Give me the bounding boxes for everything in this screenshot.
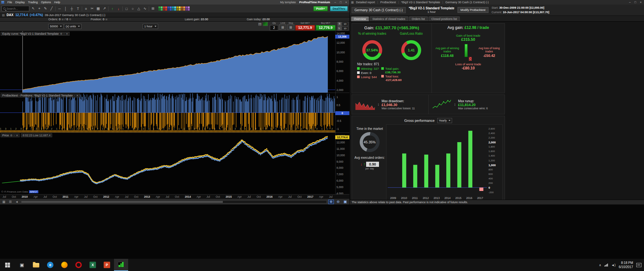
- instrument-menu-icon[interactable]: ▤: [2, 14, 5, 17]
- palette-swatch[interactable]: [179, 9, 181, 11]
- search-input[interactable]: [6, 7, 28, 10]
- toolbar-trend-channel-icon[interactable]: ↗: [101, 6, 107, 12]
- toolbar-pencil-icon[interactable]: ✎: [43, 6, 48, 12]
- taskbar-task-view-icon[interactable]: ▣: [15, 259, 29, 271]
- tab-closed-positions-list[interactable]: Closed positions list: [429, 16, 460, 21]
- palette-swatch[interactable]: [179, 6, 181, 8]
- chart-type-icon[interactable]: [263, 22, 268, 26]
- palette-swatch[interactable]: [176, 9, 178, 11]
- taskbar-prorealtime-icon[interactable]: [114, 259, 128, 271]
- collapse-icon[interactable]: ▫: [64, 32, 65, 35]
- toolbar-fibonacci-icon[interactable]: ≡: [83, 6, 89, 12]
- toolbar-indicators-icon[interactable]: ⊞: [150, 6, 156, 12]
- report-titlebar-tab[interactable]: Germany 30 Cash (1 Contract) (-): [444, 1, 490, 4]
- taskbar-clock[interactable]: 8:18 PM 6/10/2017: [619, 261, 633, 269]
- report-titlebar-tab[interactable]: ProBacktest: [379, 1, 397, 4]
- palette-swatch[interactable]: [183, 9, 185, 11]
- menu-file[interactable]: File: [6, 1, 14, 4]
- gear-icon[interactable]: ⚙: [60, 32, 62, 35]
- report-titlebar-tab[interactable]: Detailed report: [355, 1, 376, 4]
- palette-swatch[interactable]: [170, 9, 172, 11]
- close-icon[interactable]: ✕: [76, 94, 79, 97]
- palette-swatch[interactable]: [165, 9, 167, 11]
- taskbar-powerpoint-icon[interactable]: P: [100, 259, 114, 271]
- close-icon[interactable]: ×: [639, 1, 643, 4]
- maximize-icon[interactable]: □: [633, 1, 637, 4]
- stop-preset-label[interactable]: S: [337, 22, 342, 26]
- zoom-in-icon[interactable]: ⊕: [328, 200, 334, 204]
- toolbar-sell-arrow-icon[interactable]: ↓: [116, 6, 121, 12]
- menu-options[interactable]: Options: [39, 1, 52, 4]
- maximize-icon[interactable]: □: [339, 1, 343, 4]
- taskbar-opera-icon[interactable]: [71, 259, 86, 271]
- toolbar-buy-arrow-icon[interactable]: ↑: [109, 6, 115, 12]
- palette-swatch[interactable]: [183, 6, 185, 8]
- units-type-select[interactable]: (x) units: [64, 24, 81, 29]
- limit-order-button[interactable]: ▦: [279, 24, 286, 30]
- toolbar-pointer-icon[interactable]: ↖: [30, 6, 36, 12]
- limit-preset-value[interactable]: 10: [342, 26, 348, 31]
- palette-swatch[interactable]: [163, 9, 165, 11]
- taskbar-edge-icon[interactable]: e: [43, 259, 57, 271]
- my-template-label[interactable]: My template: [280, 1, 296, 4]
- palette-swatch[interactable]: [161, 6, 163, 8]
- palette-swatch[interactable]: [188, 9, 190, 11]
- tab-overview[interactable]: Overview: [351, 16, 369, 21]
- units-value-select[interactable]: 50000: [48, 24, 63, 29]
- start-button[interactable]: [0, 259, 15, 271]
- toolbar-text-icon[interactable]: T: [75, 6, 81, 12]
- stop-order-button[interactable]: ▦: [287, 24, 294, 30]
- palette-swatch[interactable]: [174, 9, 176, 11]
- menu-help[interactable]: Help: [52, 1, 62, 4]
- menu-trading[interactable]: Trading: [26, 1, 39, 4]
- fit-chart-icon[interactable]: ▣: [342, 200, 348, 204]
- positions-chart[interactable]: [0, 93, 335, 132]
- limit-preset-label[interactable]: L: [337, 26, 342, 31]
- gear-icon[interactable]: ⚙: [10, 134, 13, 137]
- network-icon[interactable]: [604, 263, 608, 266]
- push-button[interactable]: Push+: [313, 6, 328, 11]
- palette-swatch[interactable]: [185, 9, 187, 11]
- palette-swatch[interactable]: [163, 6, 165, 8]
- palette-swatch[interactable]: [181, 6, 183, 8]
- report-titlebar-tab[interactable]: *Big3 V2-1 Standard Template: [400, 1, 441, 4]
- toolbar-rectangle-icon[interactable]: □: [124, 6, 129, 12]
- action-center-icon[interactable]: [636, 263, 641, 267]
- toolbar-trend-line-icon[interactable]: ╱: [49, 6, 54, 12]
- collapse-icon[interactable]: ▫: [74, 94, 75, 97]
- palette-swatch[interactable]: [158, 6, 160, 8]
- layout-grid-icon[interactable]: ▦: [1, 200, 6, 203]
- palette-swatch[interactable]: [167, 6, 169, 8]
- positions-panel[interactable]: 10.5-0.5-1 0 ProBacktest - Positions: *B…: [0, 93, 349, 133]
- scroll-left-icon[interactable]: ◄: [14, 200, 19, 203]
- toolbar-eraser-icon[interactable]: ▦: [95, 6, 101, 12]
- orders-settings-icon[interactable]: ⚙: [69, 18, 71, 21]
- stop-preset-value[interactable]: 10: [342, 22, 348, 26]
- tab-statistics-of-closed-trades[interactable]: Statistics of closed trades: [370, 16, 408, 21]
- taskbar-excel-icon[interactable]: X: [86, 259, 100, 271]
- scrollbar-thumb[interactable]: [21, 201, 223, 203]
- toolbar-wave-icon[interactable]: ∿: [142, 6, 148, 12]
- palette-swatch[interactable]: [172, 6, 174, 8]
- volume-icon[interactable]: ◄): [611, 263, 615, 267]
- modify-probacktest-button[interactable]: Modify ProBacktest: [458, 7, 488, 13]
- zoom-out-icon[interactable]: ⊖: [335, 200, 341, 204]
- close-icon[interactable]: ×: [344, 1, 348, 4]
- collapse-icon[interactable]: ▫: [14, 134, 15, 137]
- period-select[interactable]: Yearly: [437, 118, 452, 123]
- timeframe-select[interactable]: 1 hour: [143, 24, 158, 29]
- palette-swatch[interactable]: [165, 6, 167, 8]
- orders-list-icon[interactable]: ⊞: [62, 18, 64, 21]
- taskbar-file-explorer-icon[interactable]: [29, 259, 43, 271]
- palette-swatch[interactable]: [158, 9, 160, 11]
- position-list-icon[interactable]: ⊞: [105, 18, 108, 21]
- palette-swatch[interactable]: [188, 6, 190, 8]
- minimize-icon[interactable]: –: [628, 1, 632, 4]
- price-chart[interactable]: [0, 133, 335, 194]
- toolbar-horizontal-line-icon[interactable]: ─: [57, 6, 62, 12]
- gross-performance-chart[interactable]: 2,6002,4002,2002,0001,8001,6001,4001,200…: [386, 124, 503, 200]
- buy-market-button[interactable]: 12,776.9: [316, 25, 336, 31]
- add-panel-icon[interactable]: ⊞: [8, 200, 13, 203]
- palette-swatch[interactable]: [172, 9, 174, 11]
- palette-swatch[interactable]: [181, 9, 183, 11]
